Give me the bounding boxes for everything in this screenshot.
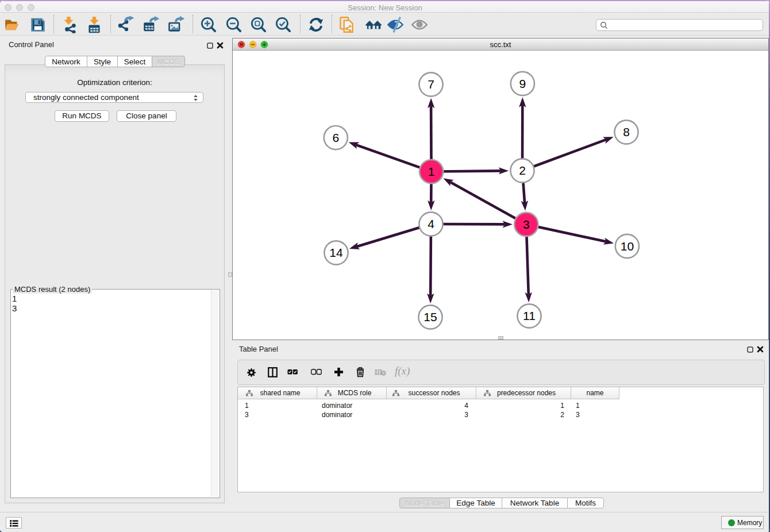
svg-text:15: 15 [424, 310, 437, 323]
svg-text:6: 6 [332, 131, 339, 144]
svg-text:8: 8 [623, 125, 630, 138]
svg-text:3: 3 [523, 218, 530, 231]
svg-text:7: 7 [428, 78, 434, 91]
svg-text:14: 14 [329, 246, 343, 259]
svg-text:10: 10 [621, 240, 634, 253]
svg-text:4: 4 [428, 217, 434, 230]
svg-text:1: 1 [428, 165, 435, 178]
svg-text:2: 2 [519, 164, 526, 177]
svg-text:9: 9 [519, 77, 526, 90]
svg-text:11: 11 [523, 309, 536, 322]
